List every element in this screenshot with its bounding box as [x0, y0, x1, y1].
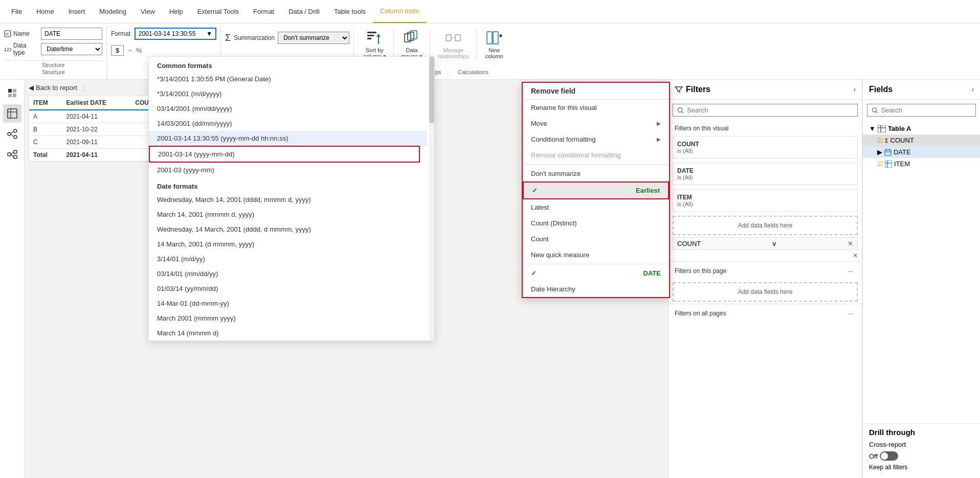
svg-point-26	[14, 129, 17, 132]
date-filter-title: DATE	[677, 167, 853, 174]
fields-expand-btn[interactable]: ›	[972, 86, 974, 93]
drill-toggle[interactable]: Off	[869, 451, 898, 461]
cell-date-a: 2021-04-11	[62, 110, 128, 123]
filter-x-btn-1[interactable]: ✕	[853, 252, 858, 259]
date-formats-title: Date formats	[149, 177, 427, 192]
count-sigma-icon: Σ	[885, 138, 888, 144]
scrollbar-thumb[interactable]	[429, 57, 434, 123]
date-label: DATE	[894, 148, 911, 156]
ctx-move[interactable]: Move ▶	[523, 116, 669, 131]
structure-section-label: Structure	[0, 69, 107, 79]
date-option-1[interactable]: March 14, 2001 (mmmm d, yyyy)	[149, 207, 427, 222]
ctx-latest[interactable]: Latest	[523, 199, 669, 215]
fields-search-input[interactable]	[881, 106, 971, 114]
sidebar-model-icon[interactable]	[3, 125, 21, 143]
menu-table-tools[interactable]: Table tools	[327, 0, 373, 23]
menu-format[interactable]: Format	[246, 0, 281, 23]
ctx-dont-summarize[interactable]: Don't summarize	[523, 166, 669, 181]
summarization-select[interactable]: Don't summarize	[278, 32, 349, 44]
svg-rect-18	[8, 89, 12, 93]
count-dropdown[interactable]: COUNT ∨ ✕	[673, 237, 858, 250]
svg-point-27	[14, 135, 17, 139]
currency-button[interactable]: $	[111, 45, 124, 56]
date-option-4[interactable]: 3/14/01 (m/d/yy)	[149, 252, 427, 266]
toggle-track[interactable]	[880, 451, 898, 461]
fields-count[interactable]: ☑ Σ COUNT	[863, 134, 980, 146]
menu-file[interactable]: File	[4, 0, 29, 23]
count-dropdown-close[interactable]: ✕	[848, 240, 853, 247]
name-input[interactable]	[41, 28, 102, 40]
ctx-new-quick[interactable]: New quick measure	[523, 247, 669, 263]
filters-on-page-options[interactable]: ···	[845, 265, 856, 277]
date-option-5[interactable]: 03/14/01 (mm/dd/yy)	[149, 266, 427, 281]
scrollbar-track[interactable]	[429, 57, 434, 340]
date-option-8[interactable]: March 2001 (mmmm yyyy)	[149, 311, 427, 326]
filters-on-all-pages-options[interactable]: ···	[845, 307, 856, 320]
format-option-3[interactable]: 14/03/2001 (dd/mm/yyyy)	[149, 116, 427, 131]
menu-view[interactable]: View	[133, 0, 162, 23]
calculations-section-label: Calculations	[450, 69, 496, 79]
sidebar-report-icon[interactable]	[3, 84, 21, 102]
svg-line-34	[11, 154, 14, 157]
filters-search-input[interactable]	[687, 106, 853, 114]
svg-text:N: N	[6, 32, 9, 36]
ctx-date[interactable]: ✓ DATE	[523, 265, 669, 281]
format-dropdown[interactable]: 2001-03-14 13:30:55 ▼	[135, 28, 216, 40]
fields-table-a[interactable]: ▼ Table A	[863, 123, 980, 134]
menu-modeling[interactable]: Modeling	[92, 0, 133, 23]
date-option-9[interactable]: March 14 (mmmm d)	[149, 326, 427, 340]
format-option-1[interactable]: *3/14/2001 (m/d/yyyy)	[149, 86, 427, 101]
format-option-4[interactable]: 2001-03-14 13:30:55 (yyyy-mm-dd hh:nn:ss…	[149, 131, 427, 146]
manage-relationships-btn[interactable]: Managerelationships	[432, 28, 474, 61]
date-filter[interactable]: DATE is (All)	[673, 163, 858, 185]
menu-data-drill[interactable]: Data / Drill	[281, 0, 327, 23]
percent-icon: %	[136, 47, 142, 54]
date-option-7[interactable]: 14-Mar-01 (dd-mmm-yy)	[149, 296, 427, 311]
sidebar-table-icon[interactable]	[3, 104, 21, 123]
ctx-rename[interactable]: Rename for this visual	[523, 100, 669, 116]
date-option-6[interactable]: 01/03/14 (yy/mm/dd)	[149, 281, 427, 296]
context-menu: Remove field Rename for this visual Move…	[522, 82, 670, 298]
ctx-cond-format[interactable]: Conditional formatting ▶	[523, 131, 669, 147]
add-page-data-field-btn[interactable]: Add data fields here	[673, 282, 858, 302]
menu-insert[interactable]: Insert	[61, 0, 93, 23]
ctx-count-distinct[interactable]: Count (Distinct)	[523, 215, 669, 231]
data-type-select[interactable]: Date/time	[41, 43, 102, 55]
format-option-2[interactable]: 03/14/2001 (mm/dd/yyyy)	[149, 101, 427, 116]
manage-rel-label: Managerelationships	[437, 47, 469, 59]
table-header: ITEM Earliest DATE COUNT	[29, 96, 161, 110]
add-data-field-btn[interactable]: Add data fields here	[673, 216, 858, 235]
calendar-icon	[884, 149, 892, 156]
ctx-earliest[interactable]: ✓ Earliest	[523, 181, 669, 199]
svg-point-37	[872, 108, 876, 112]
menu-home[interactable]: Home	[29, 0, 61, 23]
fields-search[interactable]	[867, 104, 976, 117]
menu-external-tools[interactable]: External Tools	[190, 0, 246, 23]
date-option-3[interactable]: 14 March, 2001 (d mmmm, yyyy)	[149, 237, 427, 252]
menu-column-tools[interactable]: Column tools	[373, 0, 426, 23]
svg-rect-46	[885, 161, 892, 168]
new-column-btn[interactable]: Newcolumn	[479, 28, 509, 61]
ctx-remove-field[interactable]: Remove field	[523, 83, 669, 100]
sidebar-dag-icon[interactable]	[3, 145, 21, 164]
format-option-0[interactable]: *3/14/2001 1:30:55 PM (General Date)	[149, 72, 427, 86]
menu-help[interactable]: Help	[162, 0, 190, 23]
date-option-0[interactable]: Wednesday, March 14, 2001 (dddd, mmmm d,…	[149, 192, 427, 207]
format-option-6[interactable]: 2001-03 (yyyy-mm)	[149, 163, 427, 177]
item-filter-title: ITEM	[677, 194, 853, 201]
svg-rect-5	[367, 38, 371, 39]
count-filter[interactable]: COUNT is (All)	[673, 136, 858, 158]
filters-expand-btn[interactable]: ›	[854, 86, 856, 93]
filters-search[interactable]	[673, 104, 858, 117]
format-option-5-selected[interactable]: 2001-03-14 (yyyy-mm-dd)	[149, 146, 420, 163]
svg-rect-21	[13, 94, 16, 97]
fields-item[interactable]: ☑ ITEM	[863, 158, 980, 170]
svg-rect-31	[14, 150, 17, 153]
item-filter[interactable]: ITEM is (All)	[673, 189, 858, 212]
filters-on-page-title: Filters on this page	[675, 267, 726, 275]
date-option-2[interactable]: Wednesday, 14 March, 2001 (dddd, d mmmm,…	[149, 222, 427, 237]
ctx-date-hierarchy[interactable]: Date Hierarchy	[523, 281, 669, 297]
ctx-count[interactable]: Count	[523, 231, 669, 247]
fields-date[interactable]: ▶ DATE	[863, 146, 980, 158]
summ-label: Summarization	[234, 34, 275, 41]
